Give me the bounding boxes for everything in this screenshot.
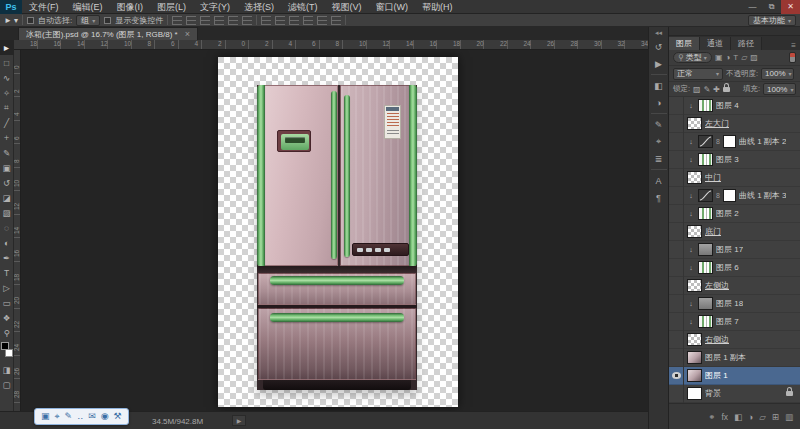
ellipse-icon[interactable]: ⌖ bbox=[55, 412, 60, 421]
move-tool[interactable]: ► bbox=[0, 40, 14, 55]
info-panel-icon[interactable]: ≣ bbox=[650, 150, 668, 167]
distribute-icon[interactable] bbox=[317, 16, 327, 25]
layer-visibility-toggle[interactable] bbox=[669, 259, 684, 277]
current-tool-icon[interactable]: ►▾ bbox=[4, 16, 18, 25]
foreground-color-swatch[interactable] bbox=[1, 342, 9, 350]
layer-row[interactable]: 图层 1 副本 bbox=[669, 349, 800, 367]
color-panel-icon[interactable]: ◧ bbox=[650, 77, 668, 94]
lock-paint-icon[interactable]: ✎ bbox=[704, 85, 711, 94]
adjustment-filter-icon[interactable]: ◑ bbox=[725, 53, 730, 62]
new-group-icon[interactable]: ▱ bbox=[759, 412, 766, 422]
layer-visibility-toggle[interactable] bbox=[669, 133, 684, 151]
layer-thumbnail[interactable] bbox=[698, 153, 713, 166]
layer-visibility-toggle[interactable] bbox=[669, 97, 684, 115]
distribute-icon[interactable] bbox=[275, 16, 285, 25]
filter-toggle-icon[interactable] bbox=[789, 52, 796, 63]
menu-item[interactable]: 选择(S) bbox=[237, 0, 281, 14]
menu-item[interactable]: 文件(F) bbox=[22, 0, 66, 14]
align-icon[interactable] bbox=[200, 16, 210, 25]
brush-panel-icon[interactable]: ✎ bbox=[650, 116, 668, 133]
layer-visibility-toggle[interactable] bbox=[669, 367, 684, 385]
menu-item[interactable]: 图像(I) bbox=[110, 0, 151, 14]
layer-row[interactable]: 左侧边 bbox=[669, 277, 800, 295]
layer-thumbnail[interactable] bbox=[687, 387, 702, 400]
layer-visibility-toggle[interactable] bbox=[669, 349, 684, 367]
menu-item[interactable]: 编辑(E) bbox=[66, 0, 110, 14]
history-panel-icon[interactable]: ↺ bbox=[650, 38, 668, 55]
shape-tool[interactable]: ▭ bbox=[0, 295, 14, 310]
layer-style-icon[interactable]: fx bbox=[722, 412, 729, 422]
eraser-tool[interactable]: ◪ bbox=[0, 190, 14, 205]
layer-visibility-toggle[interactable] bbox=[669, 223, 684, 241]
shape-filter-icon[interactable]: ▱ bbox=[741, 53, 747, 62]
auto-select-dropdown[interactable]: 组▾ bbox=[76, 15, 100, 26]
layer-visibility-toggle[interactable] bbox=[669, 313, 684, 331]
quick-mask-button[interactable]: ◨ bbox=[0, 362, 14, 377]
pixel-filter-icon[interactable]: ▣ bbox=[715, 53, 723, 62]
layer-visibility-toggle[interactable] bbox=[669, 295, 684, 313]
layer-row[interactable]: 底门 bbox=[669, 223, 800, 241]
pen-icon[interactable]: ✎ bbox=[65, 412, 73, 421]
menu-item[interactable]: 文字(Y) bbox=[193, 0, 237, 14]
layer-visibility-toggle[interactable] bbox=[669, 115, 684, 133]
shape-icon[interactable]: ▣ bbox=[41, 412, 50, 421]
type-tool[interactable]: T bbox=[0, 265, 14, 280]
layer-row[interactable]: ↓8曲线 1 副本 3 bbox=[669, 187, 800, 205]
message-icon[interactable]: ✉ bbox=[88, 412, 96, 421]
lock-transparent-icon[interactable]: ▨ bbox=[693, 85, 701, 94]
layer-thumbnail[interactable] bbox=[687, 351, 702, 364]
minimize-button[interactable]: — bbox=[743, 0, 762, 14]
layer-thumbnail[interactable] bbox=[698, 99, 713, 112]
layer-thumbnail[interactable] bbox=[687, 225, 702, 238]
align-icon[interactable] bbox=[214, 16, 224, 25]
show-transform-checkbox[interactable] bbox=[104, 17, 111, 24]
dodge-tool[interactable]: ◐ bbox=[0, 235, 14, 250]
auto-select-checkbox[interactable] bbox=[27, 17, 34, 24]
layer-thumbnail[interactable] bbox=[687, 279, 702, 292]
document-tab[interactable]: 冰箱(主图).psd @ 16.7% (图层 1, RGB/8) * × bbox=[18, 27, 198, 40]
horizontal-ruler[interactable]: 1816141210864202468101214161820222426283… bbox=[14, 40, 648, 50]
filter-kind-dropdown[interactable]: ⚲ 类型 ▾ bbox=[673, 52, 712, 63]
add-mask-icon[interactable]: ◧ bbox=[734, 412, 742, 422]
layer-thumbnail[interactable] bbox=[698, 297, 713, 310]
document-page[interactable] bbox=[218, 57, 458, 407]
layer-visibility-toggle[interactable] bbox=[669, 331, 684, 349]
layer-visibility-toggle[interactable] bbox=[669, 205, 684, 223]
pen-tool[interactable]: ✒ bbox=[0, 250, 14, 265]
marquee-tool[interactable]: □ bbox=[0, 55, 14, 70]
panel-menu-icon[interactable]: ≡ bbox=[787, 41, 800, 50]
layer-row[interactable]: 右侧边 bbox=[669, 331, 800, 349]
screen-mode-button[interactable]: ▢ bbox=[0, 377, 14, 392]
paragraph-panel-icon[interactable]: ¶ bbox=[650, 189, 668, 206]
layer-visibility-toggle[interactable] bbox=[669, 151, 684, 169]
layer-thumbnail[interactable] bbox=[698, 207, 713, 220]
close-button[interactable]: ✕ bbox=[781, 0, 800, 14]
status-menu-arrow[interactable]: ▶ bbox=[232, 415, 246, 426]
layer-row[interactable]: 左大门 bbox=[669, 115, 800, 133]
align-icon[interactable] bbox=[242, 16, 252, 25]
tab-close-icon[interactable]: × bbox=[185, 29, 190, 39]
actions-panel-icon[interactable]: ▶ bbox=[650, 55, 668, 72]
character-panel-icon[interactable]: A bbox=[650, 172, 668, 189]
blur-tool[interactable]: ◌ bbox=[0, 220, 14, 235]
smart-object-filter-icon[interactable]: ▨ bbox=[750, 53, 758, 62]
layer-row[interactable]: 图层 1 bbox=[669, 367, 800, 385]
menu-item[interactable]: 帮助(H) bbox=[415, 0, 460, 14]
lock-move-icon[interactable]: ✚ bbox=[713, 85, 720, 94]
brush-tool[interactable]: ✎ bbox=[0, 145, 14, 160]
layer-row[interactable]: 中门 bbox=[669, 169, 800, 187]
more-icon[interactable]: ‥ bbox=[77, 412, 83, 421]
restore-button[interactable]: ⧉ bbox=[762, 0, 781, 14]
curves-adjustment-icon[interactable] bbox=[698, 135, 713, 148]
layer-thumbnail[interactable] bbox=[698, 315, 713, 328]
lasso-tool[interactable]: ∿ bbox=[0, 70, 14, 85]
layer-visibility-toggle[interactable] bbox=[669, 187, 684, 205]
layer-thumbnail[interactable] bbox=[698, 243, 713, 256]
history-brush-tool[interactable]: ↺ bbox=[0, 175, 14, 190]
layer-thumbnail[interactable] bbox=[687, 333, 702, 346]
layer-row[interactable]: ↓8曲线 1 副本 2 bbox=[669, 133, 800, 151]
layer-row[interactable]: ↓图层 17 bbox=[669, 241, 800, 259]
quick-selection-tool[interactable]: ✧ bbox=[0, 85, 14, 100]
layer-thumbnail[interactable] bbox=[687, 171, 702, 184]
layer-row[interactable]: 背景 bbox=[669, 385, 800, 403]
